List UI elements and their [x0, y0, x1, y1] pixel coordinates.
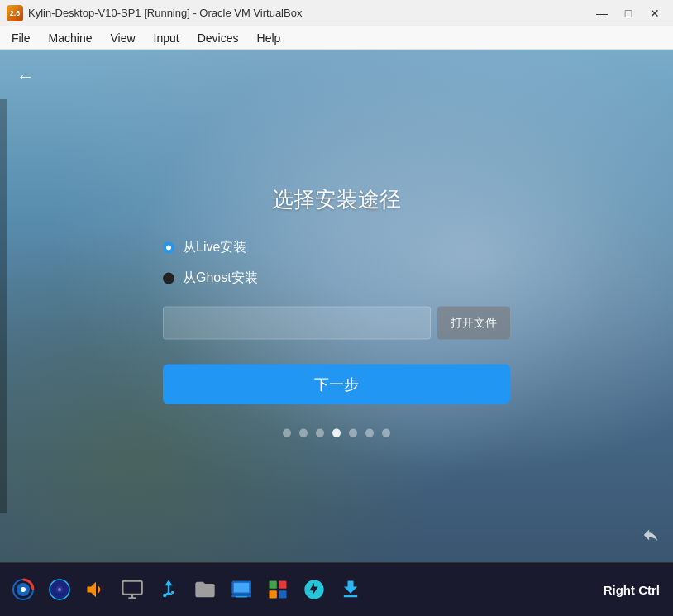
title-controls: — □ ✕ [590, 5, 666, 21]
window-title: Kylin-Desktop-V10-SP1 [Running] - Oracle… [28, 7, 302, 19]
maximize-button[interactable]: □ [617, 5, 640, 21]
taskbar-download-icon[interactable] [334, 573, 367, 606]
vm-content: ← 选择安装途径 从Live安装 从Ghost安装 打开文件 下一步 [0, 50, 673, 562]
minimize-button[interactable]: — [590, 5, 613, 21]
radio-label-live: 从Live安装 [183, 239, 246, 256]
back-button[interactable]: ← [17, 66, 35, 88]
taskbar-folder-icon[interactable] [189, 573, 222, 606]
page-dot-5 [349, 429, 357, 437]
svg-point-8 [171, 591, 174, 595]
page-dot-4 [332, 429, 341, 437]
title-bar: 2.6 Kylin-Desktop-V10-SP1 [Running] - Or… [0, 0, 673, 26]
svg-rect-10 [234, 583, 250, 593]
taskbar-settings-icon[interactable] [298, 573, 331, 606]
svg-point-2 [21, 587, 26, 592]
svg-rect-14 [279, 581, 286, 589]
right-ctrl-label: Right Ctrl [604, 583, 666, 597]
svg-point-7 [163, 594, 167, 598]
taskbar-cd-icon[interactable] [43, 573, 76, 606]
radio-option-live[interactable]: 从Live安装 [163, 239, 510, 256]
menu-file[interactable]: File [3, 30, 39, 46]
menu-bar: File Machine View Input Devices Help [0, 26, 673, 50]
close-button[interactable]: ✕ [643, 5, 666, 21]
svg-rect-15 [270, 590, 277, 598]
file-path-input[interactable] [163, 307, 431, 340]
menu-help[interactable]: Help [249, 30, 289, 46]
radio-option-ghost[interactable]: 从Ghost安装 [163, 270, 510, 287]
radio-dot-ghost [163, 272, 174, 284]
app-icon: 2.6 [7, 5, 23, 21]
menu-devices[interactable]: Devices [189, 30, 247, 46]
taskbar-usb-icon[interactable] [152, 573, 185, 606]
page-dot-7 [382, 429, 390, 437]
open-file-button[interactable]: 打开文件 [437, 307, 510, 340]
radio-dot-live [163, 241, 174, 253]
radio-label-ghost: 从Ghost安装 [183, 270, 258, 287]
svg-rect-12 [236, 596, 247, 597]
left-indicator [0, 99, 7, 513]
taskbar-apps-icon[interactable] [261, 573, 294, 606]
page-dot-2 [299, 429, 308, 437]
taskbar-network-icon[interactable] [116, 573, 149, 606]
taskbar-recovery-icon[interactable] [7, 573, 40, 606]
page-dots [283, 429, 390, 437]
svg-rect-6 [122, 581, 141, 595]
menu-input[interactable]: Input [146, 30, 188, 46]
taskbar-display-icon[interactable] [225, 573, 258, 606]
card-title: 选择安装途径 [272, 185, 401, 214]
svg-point-5 [58, 588, 61, 591]
svg-rect-16 [279, 590, 286, 598]
file-row: 打开文件 [163, 307, 510, 340]
page-dot-6 [365, 429, 374, 437]
menu-view[interactable]: View [102, 30, 143, 46]
taskbar: Right Ctrl [0, 562, 673, 616]
menu-machine[interactable]: Machine [41, 30, 101, 46]
svg-rect-13 [270, 581, 277, 589]
page-dot-3 [316, 429, 324, 437]
install-card: 选择安装途径 从Live安装 从Ghost安装 打开文件 下一步 [163, 185, 510, 437]
title-left: 2.6 Kylin-Desktop-V10-SP1 [Running] - Or… [7, 5, 302, 21]
page-dot-1 [283, 429, 291, 437]
exit-icon[interactable] [642, 526, 660, 549]
taskbar-audio-icon[interactable] [79, 573, 112, 606]
next-button[interactable]: 下一步 [163, 365, 510, 404]
